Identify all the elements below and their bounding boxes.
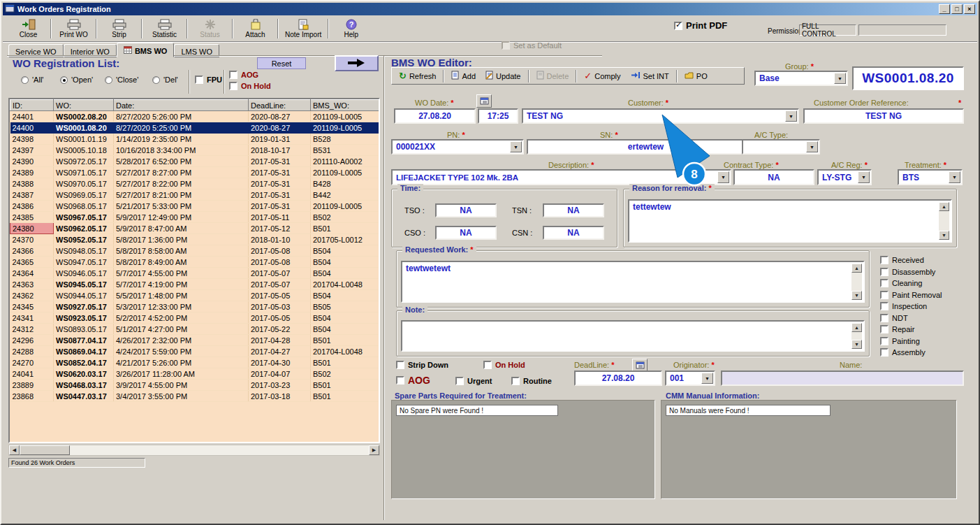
cell-bms-wo[interactable]: B531 — [311, 145, 379, 156]
cell-date[interactable]: 4/26/2017 2:32:00 PM — [114, 335, 249, 346]
cell-deadline[interactable]: 2017-04-27 — [249, 346, 311, 357]
cell-date[interactable]: 5/1/2017 4:27:00 PM — [114, 324, 249, 335]
table-row[interactable]: 24363WS0945.05.175/7/2017 4:19:00 PM2017… — [10, 279, 379, 290]
wo-date-field[interactable]: 27.08.20 — [394, 108, 476, 124]
vertical-scrollbar[interactable]: ▲▼ — [851, 264, 862, 300]
table-row[interactable]: 24401WS0002.08.208/27/2020 5:26:00 PM202… — [10, 111, 379, 122]
cell-bms-wo[interactable]: B504 — [311, 324, 379, 335]
table-row[interactable]: 24312WS0893.05.175/1/2017 4:27:00 PM2017… — [10, 324, 379, 335]
cell-bms-wo[interactable]: B504 — [311, 290, 379, 301]
treatment-checkbox-disassembly[interactable]: Disassembly — [880, 268, 942, 276]
cell-date[interactable]: 3/9/2017 4:55:00 PM — [114, 380, 249, 391]
table-row[interactable]: 24398WS0001.01.191/14/2019 2:35:00 PM201… — [10, 134, 379, 145]
cell-id[interactable]: 24345 — [10, 301, 54, 312]
cell-bms-wo[interactable]: B442 — [311, 189, 379, 201]
print-wo-button[interactable]: Print WO — [54, 17, 94, 41]
cell-wo[interactable]: WS0967.05.17 — [54, 212, 114, 223]
cell-bms-wo[interactable]: B502 — [311, 368, 379, 380]
cell-date[interactable]: 5/2/2017 4:52:00 PM — [114, 312, 249, 324]
filter-on-hold-checkbox[interactable]: On Hold — [229, 82, 271, 90]
cell-wo[interactable]: WS0946.05.17 — [54, 268, 114, 279]
cell-wo[interactable]: WS0947.05.17 — [54, 257, 114, 268]
cell-deadline[interactable]: 2017-04-28 — [249, 335, 311, 346]
table-row[interactable]: 24341WS0923.05.175/2/2017 4:52:00 PM2017… — [10, 312, 379, 324]
cell-deadline[interactable]: 2017-04-30 — [249, 357, 311, 368]
update-button[interactable]: Update — [481, 69, 525, 83]
cell-id[interactable]: 24387 — [10, 189, 54, 201]
cell-date[interactable]: 5/27/2017 8:27:00 PM — [114, 167, 249, 178]
cell-wo[interactable]: WS0002.08.20 — [54, 111, 114, 122]
on-hold-checkbox[interactable]: On Hold — [483, 361, 525, 369]
cell-id[interactable]: 23868 — [10, 391, 54, 402]
cell-deadline[interactable]: 2018-10-17 — [249, 145, 311, 156]
table-row[interactable]: 24365WS0947.05.175/8/2017 8:49:00 AM2017… — [10, 257, 379, 268]
cell-date[interactable]: 5/27/2017 8:22:00 PM — [114, 178, 249, 189]
treatment-checkbox-assembly[interactable]: Assembly — [880, 348, 942, 357]
cell-date[interactable]: 8/27/2020 5:26:00 PM — [114, 111, 249, 122]
cell-wo[interactable]: WS0970.05.17 — [54, 178, 114, 189]
table-row[interactable]: 24288WS0869.04.174/24/2017 5:59:00 PM201… — [10, 346, 379, 357]
table-row[interactable]: 24380WS0962.05.175/9/2017 8:47:00 AM2017… — [10, 223, 379, 234]
csn-field[interactable]: NA — [543, 226, 604, 240]
cell-id[interactable]: 24385 — [10, 212, 54, 223]
cell-bms-wo[interactable]: B502 — [311, 212, 379, 223]
cell-id[interactable]: 24362 — [10, 290, 54, 301]
cell-deadline[interactable]: 2017-05-11 — [249, 212, 311, 223]
cell-wo[interactable]: WS0893.05.17 — [54, 324, 114, 335]
cell-bms-wo[interactable]: B505 — [311, 301, 379, 312]
cell-date[interactable]: 5/7/2017 4:19:00 PM — [114, 279, 249, 290]
table-row[interactable]: 23889WS0468.03.173/9/2017 4:55:00 PM2017… — [10, 380, 379, 391]
cell-id[interactable]: 24380 — [10, 223, 54, 234]
cell-id[interactable]: 24390 — [10, 156, 54, 167]
chevron-down-icon[interactable]: ▼ — [701, 373, 713, 384]
cell-date[interactable]: 4/21/2017 5:26:00 PM — [114, 357, 249, 368]
treatment-checkbox-inspection[interactable]: Inspection — [880, 302, 942, 310]
table-row[interactable]: 24400WS0001.08.208/27/2020 5:25:00 PM202… — [10, 122, 379, 134]
cell-bms-wo[interactable]: B504 — [311, 268, 379, 279]
cell-wo[interactable]: WS0968.05.17 — [54, 201, 114, 212]
treatment-checkbox-repair[interactable]: Repair — [880, 325, 942, 333]
cell-bms-wo[interactable]: 201109-L0005 — [311, 111, 379, 122]
cell-date[interactable]: 5/5/2017 1:48:00 PM — [114, 290, 249, 301]
cell-id[interactable]: 24397 — [10, 145, 54, 156]
cell-wo[interactable]: WS0952.05.17 — [54, 234, 114, 245]
table-row[interactable]: 24389WS0971.05.175/27/2017 8:27:00 PM201… — [10, 167, 379, 178]
cell-wo[interactable]: WS0005.10.18 — [54, 145, 114, 156]
filter-fpu-checkbox[interactable]: FPU — [195, 75, 222, 84]
cell-deadline[interactable]: 2017-05-07 — [249, 268, 311, 279]
treatment-checkbox-ndt[interactable]: NDT — [880, 314, 942, 322]
cell-wo[interactable]: WS0948.05.17 — [54, 245, 114, 257]
cell-bms-wo[interactable]: 201110-A0002 — [311, 156, 379, 167]
cell-deadline[interactable]: 2018-01-10 — [249, 234, 311, 245]
cso-field[interactable]: NA — [435, 226, 497, 240]
note-import-button[interactable]: Note Import — [281, 17, 326, 41]
column-header-date[interactable]: Date: — [114, 100, 249, 111]
cell-deadline[interactable]: 2017-03-18 — [249, 391, 311, 402]
chevron-down-icon[interactable]: ▼ — [510, 141, 522, 152]
cell-id[interactable]: 24312 — [10, 324, 54, 335]
requested-work-textarea[interactable]: tewtwetewt ▲▼ — [401, 261, 865, 303]
cell-bms-wo[interactable]: B501 — [311, 335, 379, 346]
cell-bms-wo[interactable]: 201705-L0012 — [311, 234, 379, 245]
cell-bms-wo[interactable]: B504 — [311, 245, 379, 257]
cell-deadline[interactable]: 2017-05-12 — [249, 223, 311, 234]
cell-date[interactable]: 5/3/2017 12:33:00 PM — [114, 301, 249, 312]
cell-id[interactable]: 24341 — [10, 312, 54, 324]
attach-button[interactable]: Attach — [235, 17, 275, 41]
cell-date[interactable]: 5/9/2017 12:49:00 PM — [114, 212, 249, 223]
cell-wo[interactable]: WS0877.04.17 — [54, 335, 114, 346]
table-row[interactable]: 24041WS0620.03.173/26/2017 11:28:00 AM20… — [10, 368, 379, 380]
cell-date[interactable]: 5/27/2017 8:21:00 PM — [114, 189, 249, 201]
filter-radio-all[interactable]: 'All' — [21, 75, 43, 84]
scroll-left-button[interactable]: ◀ — [9, 445, 20, 455]
treatment-checkbox-received[interactable]: Received — [880, 256, 942, 264]
table-row[interactable]: 24366WS0948.05.175/8/2017 8:58:00 AM2017… — [10, 245, 379, 257]
scrollbar-thumb[interactable] — [20, 445, 70, 455]
cell-deadline[interactable]: 2017-05-08 — [249, 245, 311, 257]
cell-wo[interactable]: WS0962.05.17 — [54, 223, 114, 234]
cell-bms-wo[interactable]: B501 — [311, 357, 379, 368]
comply-button[interactable]: ✓ Comply — [579, 69, 625, 83]
list-horizontal-scrollbar[interactable]: ◀ ▶ — [8, 445, 380, 456]
scroll-right-button[interactable]: ▶ — [369, 445, 379, 455]
cell-date[interactable]: 5/21/2017 5:33:00 PM — [114, 201, 249, 212]
